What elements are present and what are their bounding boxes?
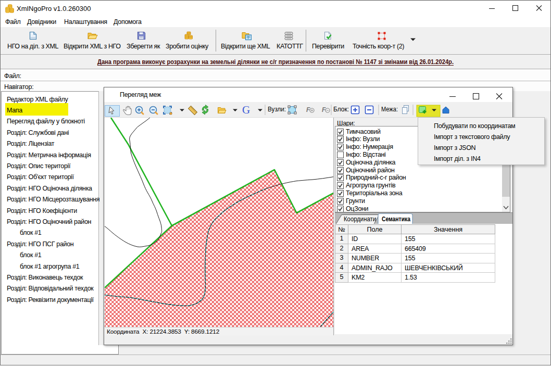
svg-text:Межа:: Межа: (381, 106, 398, 113)
svg-text:Вузли:: Вузли: (268, 106, 286, 113)
svg-text:Блок:: Блок: (333, 106, 349, 113)
svg-text:Семантика: Семантика (382, 215, 411, 223)
svg-text:G: G (242, 104, 250, 116)
svg-text:Дана програма виконує розрахун: Дана програма виконує розрахунки на земе… (97, 58, 454, 66)
svg-text:Координати: Координати (344, 215, 376, 223)
